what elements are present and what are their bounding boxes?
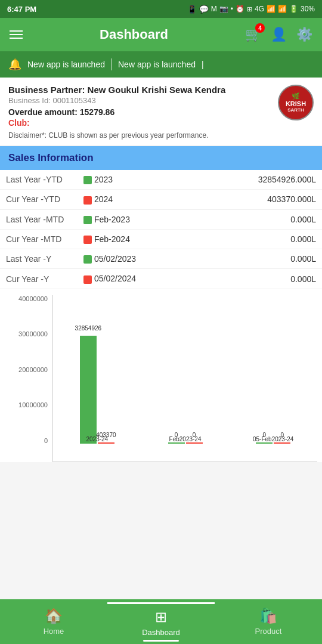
chart-bar: 403370 (98, 442, 114, 444)
sales-table-row: Last Year -Y 05/02/2023 0.000L (0, 249, 322, 269)
data-icon: ⊞ (247, 5, 252, 13)
chart-container: 400000003000000020000000100000000 328549… (0, 289, 322, 462)
chart-inner: 328549264033702023-2400Feb2023-240005-Fe… (52, 295, 317, 462)
signal-icon: 📶 (267, 5, 275, 13)
bell-icon: 🔔 (8, 58, 21, 71)
sales-row-color: Feb-2023 (78, 209, 195, 229)
settings-icon: ⚙️ (296, 27, 312, 42)
whatsapp-icon: 📱 (187, 5, 197, 14)
home-icon: 🏠 (45, 608, 63, 624)
bars-row: 32854926403370 (53, 336, 141, 444)
nav-dashboard-label: Dashboard (142, 628, 180, 637)
sales-table-row: Cur Year -YTD 2024 403370.000L (0, 190, 322, 209)
sales-table-row: Cur Year -MTD Feb-2024 0.000L (0, 229, 322, 249)
sales-row-value: 0.000L (195, 229, 322, 249)
y-axis: 400000003000000020000000100000000 (5, 295, 50, 444)
notification-text-more: | (202, 60, 204, 69)
logo-text3: SARTH (287, 107, 304, 113)
user-icon: 👤 (271, 27, 287, 42)
sales-row-label: Cur Year -Y (0, 269, 78, 289)
sales-row-color: Feb-2024 (78, 229, 195, 249)
logo-text1: 🌿 (292, 92, 300, 100)
disclaimer-text: Disclaimer*: CLUB is shown as per previo… (8, 131, 314, 140)
sales-row-label: Cur Year -MTD (0, 229, 78, 249)
business-card: Business Partner: New Goukul Krishi Sewa… (0, 78, 322, 146)
battery-percent: 30% (301, 5, 315, 13)
signal-icon2: 📶 (278, 5, 287, 13)
group-label: Feb2023-24 (169, 436, 202, 442)
status-icons: 📱 💬 M 📷 • ⏰ ⊞ 4G 📶 📶 🔋 30% (187, 5, 315, 14)
sales-table-row: Cur Year -Y 05/02/2024 0.000L (0, 269, 322, 289)
nav-product-label: Product (255, 627, 282, 636)
business-id: Business Id: 0001105343 (8, 96, 314, 105)
nav-product[interactable]: 🛍️ Product (215, 603, 322, 640)
chart-bar: 0 (274, 442, 290, 444)
sales-row-label: Last Year -Y (0, 249, 78, 269)
app-header: Dashboard 🛒 4 👤 ⚙️ (0, 18, 322, 51)
y-axis-label: 40000000 (5, 295, 48, 302)
sales-header: Sales Information (0, 146, 322, 170)
alarm-icon: ⏰ (236, 5, 244, 13)
network-indicator: 4G (255, 5, 264, 13)
sales-row-value: 0.000L (195, 249, 322, 269)
sales-row-value: 32854926.000L (195, 170, 322, 190)
dot-indicator: • (231, 5, 233, 13)
chart-bar: 32854926 (80, 336, 97, 444)
overdue-amount: Overdue amount: 15279.86 (8, 107, 314, 117)
bars-row: 00 (141, 442, 230, 444)
bottom-nav: 🏠 Home ⊞ Dashboard 🛍️ Product (0, 599, 322, 644)
sales-title: Sales Information (8, 152, 94, 163)
nav-dashboard[interactable]: ⊞ Dashboard (107, 602, 215, 642)
instagram-icon: 📷 (219, 5, 228, 13)
settings-button[interactable]: ⚙️ (296, 27, 312, 42)
cart-button[interactable]: 🛒 4 (245, 27, 261, 42)
y-axis-label: 20000000 (5, 366, 48, 373)
status-bar: 6:47 PM 📱 💬 M 📷 • ⏰ ⊞ 4G 📶 📶 🔋 30% (0, 0, 322, 18)
notification-banner: 🔔 New app is launched New app is launche… (0, 51, 322, 78)
club-label: Club: (8, 118, 314, 128)
user-profile-button[interactable]: 👤 (271, 27, 287, 42)
chart-group: 328549264033702023-24 (53, 295, 141, 444)
group-label: 2023-24 (86, 436, 108, 442)
chart-wrap: 400000003000000020000000100000000 328549… (5, 295, 317, 462)
nav-home[interactable]: 🏠 Home (0, 603, 107, 640)
chart-group: 00Feb2023-24 (141, 295, 230, 444)
sales-row-color: 05/02/2023 (78, 249, 195, 269)
chart-bar: 0 (186, 442, 203, 444)
bar-value-label: 32854926 (75, 325, 102, 332)
menu-button[interactable] (10, 30, 23, 39)
sales-row-color: 2024 (78, 190, 195, 209)
sales-row-color: 2023 (78, 170, 195, 190)
dashboard-icon: ⊞ (155, 609, 167, 626)
page-title: Dashboard (100, 27, 168, 42)
notification-text-1: New app is launched (27, 60, 105, 69)
product-icon: 🛍️ (259, 608, 277, 624)
cart-badge: 4 (255, 23, 265, 33)
chart-bar: 0 (256, 442, 273, 444)
status-time: 6:47 PM (7, 5, 36, 14)
sales-row-value: 0.000L (195, 209, 322, 229)
bars-row: 00 (229, 442, 317, 444)
header-action-icons: 🛒 4 👤 ⚙️ (245, 27, 312, 42)
logo-text2: KRISH (286, 100, 306, 107)
y-axis-label: 10000000 (5, 401, 48, 408)
chart-group: 0005-Feb2023-24 (229, 295, 317, 444)
message-icon: 💬 (199, 5, 209, 14)
sales-table-row: Last Year -YTD 2023 32854926.000L (0, 170, 322, 190)
active-indicator (143, 640, 179, 642)
group-label: 05-Feb2023-24 (253, 436, 293, 442)
y-axis-label: 0 (5, 437, 48, 444)
notification-text-2: New app is launched (118, 60, 196, 69)
sales-table-row: Last Year -MTD Feb-2023 0.000L (0, 209, 322, 229)
sales-row-label: Cur Year -YTD (0, 190, 78, 209)
notif-separator (111, 58, 112, 70)
sales-row-label: Last Year -YTD (0, 170, 78, 190)
y-axis-label: 30000000 (5, 330, 48, 338)
sales-row-value: 403370.000L (195, 190, 322, 209)
battery-icon: 🔋 (289, 5, 298, 13)
sales-row-color: 05/02/2024 (78, 269, 195, 289)
nav-home-label: Home (44, 627, 64, 636)
chart-bar: 0 (168, 442, 185, 444)
sales-row-value: 0.000L (195, 269, 322, 289)
krishi-logo: 🌿 KRISH SARTH (278, 85, 314, 120)
